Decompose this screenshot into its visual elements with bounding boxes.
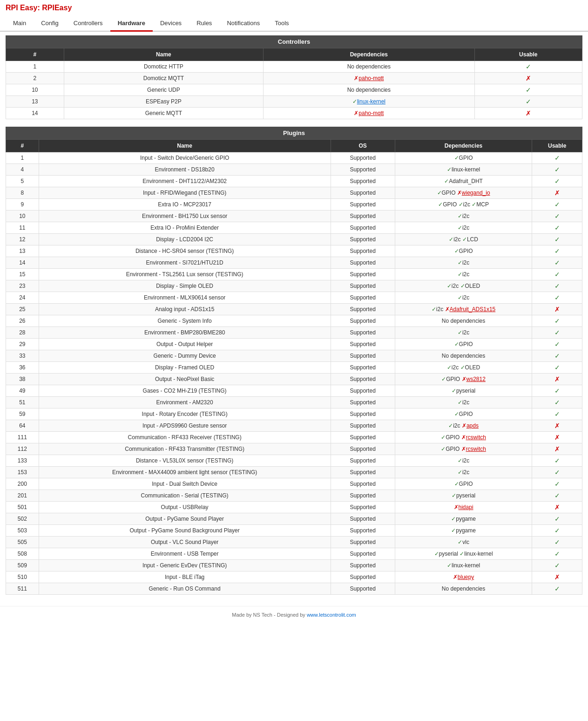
- row-usable: ✗: [474, 108, 582, 119]
- row-num: 29: [6, 339, 39, 350]
- controllers-col-deps: Dependencies: [264, 48, 474, 61]
- usable-check: ✓: [554, 329, 560, 336]
- row-usable: ✓: [532, 548, 582, 560]
- row-name: Distance - VL53L0X sensor (TESTING): [39, 455, 331, 467]
- row-usable: ✓: [532, 478, 582, 490]
- row-os: Supported: [331, 199, 395, 211]
- row-os: Supported: [331, 397, 395, 408]
- row-name: Environment - DHT11/22/AM2302: [39, 176, 331, 187]
- usable-cross: ✗: [554, 422, 560, 429]
- row-usable: ✓: [532, 222, 582, 234]
- row-num: 201: [6, 490, 39, 502]
- tab-main[interactable]: Main: [6, 16, 34, 32]
- table-row: 153 Environment - MAX44009 ambient light…: [6, 467, 582, 478]
- tab-rules[interactable]: Rules: [189, 16, 219, 32]
- tab-controllers[interactable]: Controllers: [66, 16, 110, 32]
- row-os: Supported: [331, 548, 395, 560]
- row-os: Supported: [331, 245, 395, 257]
- dep-link[interactable]: ws2812: [466, 376, 486, 382]
- row-deps: No dependencies: [264, 84, 474, 96]
- row-num: 1: [6, 61, 64, 73]
- controllers-col-name: Name: [64, 48, 263, 61]
- row-num: 511: [6, 583, 39, 595]
- row-name: Communication - Serial (TESTING): [39, 490, 331, 502]
- dep-link[interactable]: Adafruit_ADS1x15: [450, 306, 496, 313]
- row-usable: ✓: [474, 96, 582, 108]
- row-usable: ✗: [532, 187, 582, 199]
- usable-cross: ✗: [554, 434, 560, 441]
- table-row: 9 Extra IO - MCP23017 Supported ✓GPIO ✓i…: [6, 199, 582, 211]
- usable-check: ✓: [554, 282, 560, 290]
- dep-link[interactable]: wiegand_io: [462, 190, 490, 196]
- row-usable: ✗: [532, 443, 582, 455]
- row-num: 505: [6, 537, 39, 548]
- usable-check: ✓: [554, 410, 560, 418]
- dep-link[interactable]: paho-mqtt: [358, 110, 384, 116]
- table-row: 10 Environment - BH1750 Lux sensor Suppo…: [6, 211, 582, 222]
- row-name: Input - Rotary Encoder (TESTING): [39, 408, 331, 420]
- dep-link[interactable]: hidapi: [459, 504, 473, 510]
- footer-link[interactable]: www.letscontrolit.com: [307, 612, 356, 618]
- usable-check: ✓: [554, 271, 560, 278]
- dep-link[interactable]: paho-mqtt: [358, 75, 384, 82]
- row-usable: ✗: [532, 420, 582, 432]
- row-usable: ✓: [474, 61, 582, 73]
- usable-check: ✓: [554, 154, 560, 162]
- usable-cross: ✗: [554, 306, 560, 313]
- row-os: Supported: [331, 443, 395, 455]
- tab-tools[interactable]: Tools: [267, 16, 296, 32]
- usable-cross: ✗: [554, 573, 560, 581]
- plugins-table: # Name OS Dependencies Usable 1 Input - …: [6, 139, 582, 595]
- row-name: Input - Generic EvDev (TESTING): [39, 560, 331, 571]
- dep-link[interactable]: apds: [466, 422, 479, 429]
- row-deps: ✓i2c: [395, 292, 532, 304]
- row-os: Supported: [331, 222, 395, 234]
- row-name: Output - USBRelay: [39, 502, 331, 513]
- row-num: 1: [6, 152, 39, 164]
- row-usable: ✓: [532, 292, 582, 304]
- table-row: 511 Generic - Run OS Command Supported N…: [6, 583, 582, 595]
- row-usable: ✓: [532, 513, 582, 525]
- row-os: Supported: [331, 502, 395, 513]
- row-num: 14: [6, 108, 64, 119]
- usable-check: ✓: [554, 538, 560, 546]
- row-os: Supported: [331, 560, 395, 571]
- row-name: Analog input - ADS1x15: [39, 304, 331, 315]
- row-name: Domoticz MQTT: [64, 73, 263, 84]
- row-name: Output - NeoPixel Basic: [39, 374, 331, 385]
- tab-config[interactable]: Config: [34, 16, 66, 32]
- row-os: Supported: [331, 304, 395, 315]
- row-name: Communication - RF433 Transmitter (TESTI…: [39, 443, 331, 455]
- dep-link[interactable]: linux-kernel: [357, 98, 385, 105]
- row-usable: ✓: [532, 455, 582, 467]
- usable-check: ✓: [554, 294, 560, 301]
- row-num: 5: [6, 176, 39, 187]
- row-usable: ✓: [532, 362, 582, 374]
- tab-devices[interactable]: Devices: [153, 16, 189, 32]
- table-row: 4 Environment - DS18b20 Supported ✓linux…: [6, 164, 582, 176]
- tab-notifications[interactable]: Notifications: [219, 16, 267, 32]
- table-row: 14 Environment - SI7021/HTU21D Supported…: [6, 257, 582, 269]
- row-os: Supported: [331, 176, 395, 187]
- row-os: Supported: [331, 327, 395, 339]
- row-os: Supported: [331, 525, 395, 537]
- row-name: Display - Framed OLED: [39, 362, 331, 374]
- row-deps: ✓GPIO ✗wiegand_io: [395, 187, 532, 199]
- table-row: 112 Communication - RF433 Transmitter (T…: [6, 443, 582, 455]
- row-deps: ✓GPIO: [395, 408, 532, 420]
- dep-link[interactable]: rcswitch: [466, 446, 486, 452]
- tab-hardware[interactable]: Hardware: [110, 16, 153, 32]
- usable-cross: ✗: [554, 445, 560, 453]
- row-usable: ✓: [532, 397, 582, 408]
- dep-link[interactable]: rcswitch: [466, 434, 486, 441]
- table-row: 24 Environment - MLX90614 sensor Support…: [6, 292, 582, 304]
- row-deps: ✓i2c ✓OLED: [395, 280, 532, 292]
- row-num: 51: [6, 397, 39, 408]
- row-deps: ✓linux-kernel: [395, 164, 532, 176]
- row-name: Distance - HC-SR04 sensor (TESTING): [39, 245, 331, 257]
- row-deps: ✓pygame: [395, 513, 532, 525]
- row-deps: ✓GPIO ✓i2c ✓MCP: [395, 199, 532, 211]
- row-num: 49: [6, 385, 39, 397]
- row-name: Extra IO - ProMini Extender: [39, 222, 331, 234]
- dep-link[interactable]: bluepy: [458, 574, 474, 580]
